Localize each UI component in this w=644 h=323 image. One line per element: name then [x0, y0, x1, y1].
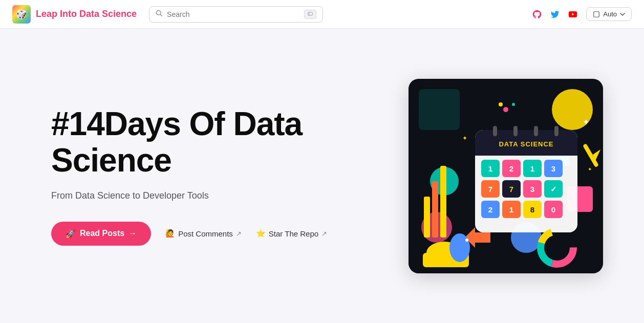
theme-label: Auto [603, 10, 617, 18]
svg-text:2: 2 [509, 164, 513, 173]
svg-text:3: 3 [551, 164, 555, 173]
star-repo-link[interactable]: ⭐ Star The Repo ↗ [256, 229, 327, 238]
svg-text:1: 1 [530, 164, 534, 173]
svg-text:✓: ✓ [550, 185, 557, 193]
svg-text:7: 7 [488, 185, 492, 193]
svg-text:3: 3 [530, 185, 534, 193]
svg-point-63 [503, 107, 508, 112]
svg-text:8: 8 [530, 205, 534, 214]
svg-text:7: 7 [509, 185, 513, 193]
read-posts-button[interactable]: 🚀 Read Posts → [51, 222, 151, 246]
svg-text:DATA SCIENCE: DATA SCIENCE [499, 140, 553, 148]
svg-point-51 [449, 233, 470, 262]
github-icon-link[interactable] [532, 9, 542, 19]
star-repo-emoji: ⭐ [256, 229, 266, 238]
hero-image: DATA SCIENCE 1 2 1 3 7 7 3 ✓ [409, 79, 603, 273]
hero-title: #14Days Of Data Science [51, 106, 338, 178]
search-shortcut [304, 10, 316, 19]
twitter-icon-link[interactable] [550, 10, 560, 19]
svg-line-1 [160, 14, 162, 16]
logo-link[interactable]: 🎲 Leap Into Data Science [12, 5, 137, 24]
svg-text:1: 1 [488, 164, 492, 173]
post-comments-link[interactable]: 🙋 Post Comments ↗ [165, 229, 242, 238]
svg-point-64 [512, 103, 515, 106]
svg-point-53 [465, 239, 468, 242]
svg-rect-8 [419, 89, 460, 130]
svg-rect-23 [513, 126, 518, 136]
theme-toggle-button[interactable]: Auto [586, 7, 632, 21]
post-comments-label: Post Comments [178, 229, 233, 238]
header-icons: Auto [532, 7, 632, 21]
svg-point-52 [461, 238, 469, 246]
svg-rect-14 [432, 181, 438, 238]
hero-subtitle: From Data Science to Developer Tools [51, 190, 338, 201]
svg-point-65 [499, 102, 503, 106]
search-icon [156, 10, 163, 18]
post-comments-external-icon: ↗ [236, 230, 242, 238]
post-comments-emoji: 🙋 [165, 229, 175, 238]
hero-section: #14Days Of Data Science From Data Scienc… [0, 29, 644, 323]
svg-rect-2 [308, 12, 313, 15]
chevron-down-icon [620, 12, 625, 17]
svg-text:1: 1 [509, 205, 513, 214]
read-posts-emoji: 🚀 [66, 229, 76, 239]
svg-text:2: 2 [488, 205, 492, 214]
svg-rect-25 [554, 126, 559, 136]
svg-rect-22 [493, 126, 497, 136]
svg-rect-24 [534, 126, 538, 136]
svg-point-57 [551, 242, 563, 254]
svg-rect-4 [594, 11, 599, 17]
logo-image: 🎲 [12, 5, 31, 24]
search-bar[interactable] [149, 6, 323, 23]
hero-content: #14Days Of Data Science From Data Scienc… [51, 106, 338, 246]
read-posts-arrow: → [128, 229, 137, 238]
svg-text:✦: ✦ [462, 135, 467, 142]
hero-actions: 🚀 Read Posts → 🙋 Post Comments ↗ ⭐ Star … [51, 222, 338, 246]
svg-text:✦: ✦ [583, 118, 589, 126]
svg-text:✦: ✦ [588, 166, 592, 172]
star-repo-external-icon: ↗ [321, 230, 327, 238]
svg-text:0: 0 [551, 205, 555, 214]
site-header: 🎲 Leap Into Data Science Auto [0, 0, 644, 29]
svg-rect-15 [440, 166, 446, 238]
star-repo-label: Star The Repo [269, 229, 318, 238]
youtube-icon-link[interactable] [568, 10, 578, 19]
read-posts-label: Read Posts [80, 229, 124, 238]
search-input[interactable] [167, 10, 300, 18]
svg-rect-13 [424, 197, 430, 238]
site-title: Leap Into Data Science [36, 9, 137, 19]
